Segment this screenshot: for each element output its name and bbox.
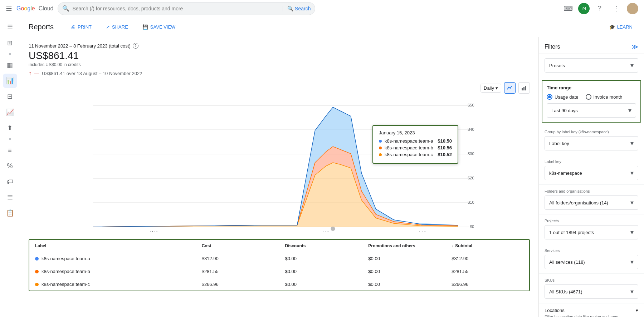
locations-toggle[interactable]: Locations ▾ bbox=[545, 308, 638, 313]
folders-orgs-dropdown[interactable]: All folders/organisations (14) ▾ bbox=[545, 195, 638, 210]
label-key-section: Label key k8s-namespace ▾ bbox=[539, 155, 644, 185]
time-period-dropdown[interactable]: Last 90 days ▾ bbox=[547, 103, 636, 118]
notification-badge[interactable]: 24 bbox=[578, 3, 590, 14]
help-icon[interactable]: ? bbox=[592, 1, 607, 16]
svg-text:$40: $40 bbox=[468, 127, 474, 132]
chevron-down-icon: ▾ bbox=[630, 61, 634, 69]
learn-button[interactable]: 🎓 LEARN bbox=[606, 22, 635, 32]
tooltip-row-0: k8s-namespace:team-a $10.50 bbox=[379, 138, 452, 144]
sidebar-icon-list[interactable]: ≡ bbox=[3, 143, 17, 157]
tooltip-label-team-b: k8s-namespace:team-b bbox=[385, 145, 435, 150]
filters-collapse-button[interactable]: ≫ bbox=[631, 43, 638, 51]
daily-select[interactable]: Daily ▾ bbox=[480, 84, 501, 93]
content-area: Reports 🖨 PRINT ↗ SHARE 💾 SAVE VIEW 🎓 LE… bbox=[20, 17, 644, 317]
presets-dropdown[interactable]: Presets ▾ bbox=[545, 58, 638, 73]
trend-dash: — bbox=[34, 71, 39, 76]
search-bar[interactable]: 🔍 🔍 Search bbox=[58, 2, 315, 15]
svg-text:$10: $10 bbox=[468, 200, 474, 204]
cell-cost-1: $281.55 bbox=[196, 265, 279, 278]
avatar[interactable] bbox=[627, 3, 638, 14]
locations-label: Locations bbox=[545, 308, 565, 313]
svg-rect-1 bbox=[523, 87, 525, 90]
invoice-month-radio[interactable]: Invoice month bbox=[586, 94, 623, 100]
share-button[interactable]: ↗ SHARE bbox=[103, 22, 131, 32]
tooltip-row-2: k8s-namespace:team-c $10.52 bbox=[379, 152, 452, 157]
reports-title: Reports bbox=[29, 23, 54, 31]
chart-container: $0 $10 $20 $30 $40 $50 bbox=[29, 96, 530, 233]
col-cost: Cost bbox=[196, 240, 279, 252]
save-view-button[interactable]: 💾 SAVE VIEW bbox=[140, 22, 179, 32]
tooltip-label-team-c: k8s-namespace:team-c bbox=[385, 152, 435, 157]
terminal-icon[interactable]: ⌨ bbox=[561, 1, 575, 16]
nav-right-icons: ⌨ 24 ? ⋮ bbox=[561, 1, 638, 16]
row-dot-2 bbox=[35, 283, 39, 286]
col-discounts: Discounts bbox=[279, 240, 362, 252]
sidebar-icon-clipboard[interactable]: 📋 bbox=[3, 206, 17, 220]
bar-chart-button[interactable] bbox=[518, 82, 530, 94]
chevron-down-icon: ▾ bbox=[630, 228, 634, 236]
content-filters-layout: 11 November 2022 – 8 February 2023 (tota… bbox=[20, 37, 644, 317]
cost-chart[interactable]: $0 $10 $20 $30 $40 $50 bbox=[29, 96, 530, 232]
tooltip-label-team-a: k8s-namespace:team-a bbox=[385, 138, 435, 144]
cost-amount: US$861.41 bbox=[29, 50, 530, 61]
chevron-down-icon: ▾ bbox=[628, 107, 631, 114]
chevron-down-icon: ▾ bbox=[636, 308, 638, 313]
sidebar-icon-chart[interactable]: 📈 bbox=[3, 105, 17, 119]
cost-comparison: ↑ — US$861.41 over 13 August – 10 Novemb… bbox=[29, 70, 530, 76]
more-options-icon[interactable]: ⋮ bbox=[610, 1, 624, 16]
projects-dropdown[interactable]: 1 out of 1894 projects ▾ bbox=[545, 225, 638, 239]
chart-controls: Daily ▾ bbox=[29, 82, 530, 94]
sidebar-icon-menu[interactable]: ☰ bbox=[3, 20, 17, 34]
sort-icon: ↓ bbox=[452, 243, 454, 248]
invoice-month-radio-circle bbox=[586, 94, 591, 100]
sidebar-divider-2 bbox=[9, 138, 11, 140]
cell-label-0: k8s-namespace:team-a bbox=[29, 252, 196, 265]
usage-date-radio[interactable]: Usage date bbox=[547, 94, 579, 100]
sidebar-icon-tag[interactable]: 🏷 bbox=[3, 174, 17, 189]
svg-text:$30: $30 bbox=[468, 152, 474, 156]
svg-text:$0: $0 bbox=[470, 224, 474, 229]
svg-text:$50: $50 bbox=[468, 103, 474, 107]
label-key-dropdown[interactable]: k8s-namespace ▾ bbox=[545, 166, 638, 180]
usage-date-radio-circle bbox=[547, 94, 552, 100]
skus-dropdown[interactable]: All SKUs (4671) ▾ bbox=[545, 284, 638, 299]
sidebar-icon-reports[interactable]: 📊 bbox=[3, 74, 17, 88]
skus-label: SKUs bbox=[545, 278, 638, 282]
sidebar-icon-grid[interactable]: ☰ bbox=[3, 190, 17, 204]
sidebar-icon-percent[interactable]: % bbox=[3, 159, 17, 173]
services-section: Services All services (118) ▾ bbox=[539, 244, 644, 274]
sidebar-icon-upload[interactable]: ⬆ bbox=[3, 121, 17, 135]
cell-promotions-1: $0.00 bbox=[362, 265, 446, 278]
services-dropdown[interactable]: All services (118) ▾ bbox=[545, 255, 638, 269]
chevron-down-icon: ▾ bbox=[630, 288, 634, 296]
table-header: Label Cost Discounts Promotions and othe… bbox=[29, 240, 529, 252]
search-input[interactable] bbox=[72, 6, 280, 11]
tooltip-row-1: k8s-namespace:team-b $10.56 bbox=[379, 145, 452, 150]
sidebar-icon-home[interactable]: ⊞ bbox=[3, 36, 17, 50]
data-table: Label Cost Discounts Promotions and othe… bbox=[29, 239, 530, 291]
filters-header: Filters ≫ bbox=[539, 37, 644, 54]
line-chart-button[interactable] bbox=[504, 82, 516, 94]
services-label: Services bbox=[545, 248, 638, 253]
table-row: k8s-namespace:team-b $281.55 $0.00 $0.00… bbox=[29, 265, 529, 278]
print-button[interactable]: 🖨 PRINT bbox=[68, 22, 94, 32]
sidebar-icon-dashboard[interactable]: ▦ bbox=[3, 58, 17, 72]
cell-promotions-0: $0.00 bbox=[362, 252, 446, 265]
cell-promotions-2: $0.00 bbox=[362, 278, 446, 291]
tooltip-date: January 15, 2023 bbox=[379, 130, 452, 135]
trend-arrow-up: ↑ bbox=[29, 70, 31, 76]
share-icon: ↗ bbox=[106, 24, 110, 30]
info-icon[interactable]: ? bbox=[133, 43, 138, 49]
google-cloud-logo[interactable]: Google Cloud bbox=[16, 5, 53, 12]
chevron-down-icon: ▾ bbox=[630, 169, 634, 177]
svg-text:Dec: Dec bbox=[150, 230, 158, 232]
label-key-label: Label key bbox=[545, 159, 638, 164]
chart-area: 11 November 2022 – 8 February 2023 (tota… bbox=[20, 37, 538, 317]
search-button[interactable]: 🔍 Search bbox=[283, 6, 311, 11]
tooltip-dot-team-c bbox=[379, 153, 382, 156]
main-layout: ☰ ⊞ ▦ 📊 ⊟ 📈 ⬆ ≡ % 🏷 ☰ 📋 Reports 🖨 PRINT … bbox=[0, 17, 644, 317]
col-subtotal: ↓ Subtotal bbox=[446, 240, 529, 252]
hamburger-menu[interactable]: ☰ bbox=[6, 4, 12, 13]
group-by-dropdown[interactable]: Label key ▾ bbox=[545, 136, 638, 150]
sidebar-icon-table[interactable]: ⊟ bbox=[3, 89, 17, 104]
